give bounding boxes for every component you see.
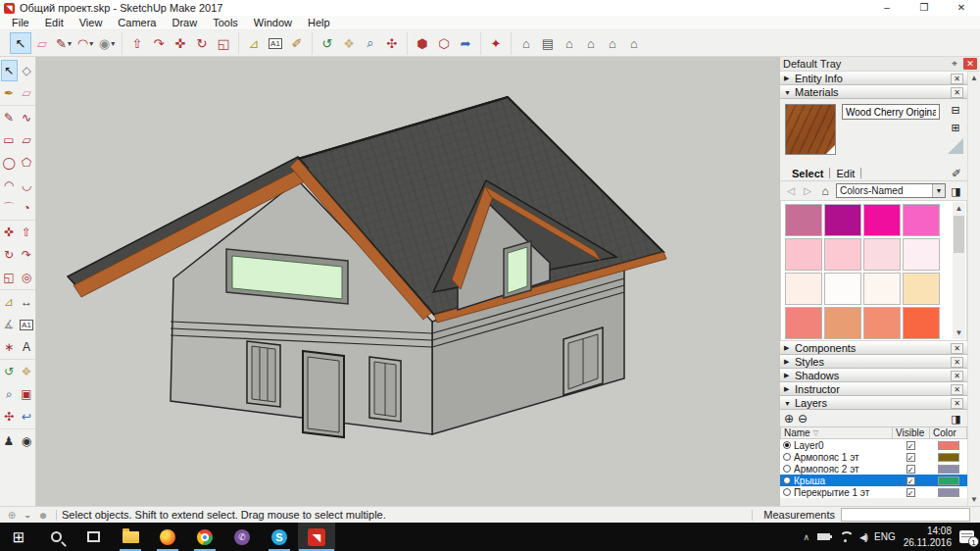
viewport[interactable] — [36, 57, 779, 506]
menu-help[interactable]: Help — [300, 16, 338, 30]
line-tool[interactable]: ✎▾ — [53, 32, 74, 54]
sign-in-icon[interactable]: ☻ — [35, 510, 51, 521]
paint-bucket-tool[interactable]: ✒ — [1, 82, 18, 104]
color-swatch-14[interactable] — [863, 307, 901, 339]
tab-edit[interactable]: Edit — [830, 168, 860, 179]
restore-button[interactable]: ❐ — [906, 0, 943, 16]
view-left-icon[interactable]: ⌂ — [623, 32, 645, 54]
menu-view[interactable]: View — [72, 16, 111, 30]
view-front-icon[interactable]: ⌂ — [559, 32, 580, 54]
color-swatch-15[interactable] — [903, 307, 940, 339]
zoom-extents-tool[interactable]: ✣ — [381, 32, 403, 54]
arc-3pt-tool[interactable]: ⌒ — [1, 197, 18, 219]
view-iso-icon[interactable]: ⌂ — [515, 32, 537, 54]
view-top-icon[interactable]: ▤ — [537, 32, 559, 54]
skype-button[interactable]: S — [261, 523, 298, 551]
follow-me-tool[interactable]: ↷ — [19, 244, 35, 266]
layer-visible-checkbox[interactable]: ✓ — [906, 453, 915, 462]
color-swatch-8[interactable] — [785, 273, 822, 305]
material-preview[interactable] — [785, 104, 836, 155]
freehand-tool[interactable]: ∿ — [19, 107, 35, 128]
panel-close-icon[interactable]: ✕ — [951, 398, 963, 409]
geolocation-icon[interactable]: ⊕ — [4, 510, 20, 521]
minimize-button[interactable]: – — [868, 0, 906, 16]
zoom-tool[interactable]: ⌕ — [360, 32, 381, 54]
line-tool[interactable]: ✎ — [1, 107, 18, 128]
zoom-tool[interactable]: ⌕ — [1, 383, 18, 405]
share-component-icon[interactable]: ➦ — [455, 32, 476, 54]
layer-row[interactable]: Армопояс 2 эт✓ — [780, 463, 967, 475]
color-swatch-2[interactable] — [863, 204, 901, 236]
menu-window[interactable]: Window — [246, 16, 300, 30]
rectangle-tool[interactable]: ▭ — [1, 129, 18, 151]
viber-button[interactable]: ✆ — [223, 523, 261, 551]
color-swatch-11[interactable] — [903, 273, 940, 305]
color-swatch-7[interactable] — [903, 238, 940, 271]
color-swatch-4[interactable] — [785, 238, 822, 271]
offset-tool[interactable]: ◎ — [19, 267, 35, 288]
arc-tool[interactable]: ◠▾ — [74, 32, 96, 54]
view-back-icon[interactable]: ⌂ — [602, 32, 623, 54]
select-tool[interactable]: ↖ — [10, 32, 31, 54]
remove-layer-icon[interactable]: ⊖ — [798, 412, 808, 426]
layer-color-chip[interactable] — [938, 441, 959, 450]
tray-close-icon[interactable]: ✕ — [963, 58, 977, 70]
close-button[interactable]: ✕ — [943, 0, 980, 16]
push-pull-tool[interactable]: ⇧ — [126, 32, 148, 54]
layer-color-chip[interactable] — [938, 453, 959, 462]
menu-file[interactable]: File — [4, 16, 37, 30]
panel-close-icon[interactable]: ✕ — [951, 371, 963, 381]
follow-me-tool[interactable]: ↷ — [148, 32, 170, 54]
layer-current-radio[interactable] — [783, 488, 791, 496]
zoom-window-tool[interactable]: ▣ — [19, 383, 35, 405]
move-tool[interactable]: ✜ — [1, 222, 18, 243]
color-swatch-6[interactable] — [863, 238, 901, 271]
select-tool[interactable]: ↖ — [1, 60, 18, 81]
panel-close-icon[interactable]: ✕ — [951, 384, 963, 395]
panel-close-icon[interactable]: ✕ — [951, 87, 963, 98]
look-around-tool[interactable]: ◉ — [19, 430, 35, 452]
layer-color-chip[interactable] — [938, 476, 959, 485]
sketchup-taskbar-button[interactable]: ◥ — [298, 523, 335, 551]
task-view-button[interactable] — [74, 523, 112, 551]
orbit-tool[interactable]: ↺ — [317, 32, 338, 54]
panel-close-icon[interactable]: ✕ — [951, 343, 963, 354]
panel-shadows[interactable]: ▶ Shadows ✕ — [780, 369, 967, 382]
rotate-tool[interactable]: ↻ — [1, 244, 18, 266]
search-button[interactable] — [37, 523, 74, 551]
pan-tool[interactable]: ❖ — [19, 361, 35, 382]
scroll-down-icon[interactable]: ▼ — [968, 493, 980, 506]
layer-visible-checkbox[interactable]: ✓ — [906, 476, 915, 485]
shapes-tool-dropdown-icon[interactable]: ▾ — [111, 39, 115, 48]
credits-icon[interactable]: ◒ — [20, 510, 35, 521]
color-swatch-1[interactable] — [824, 204, 861, 236]
color-swatch-5[interactable] — [824, 238, 861, 271]
layer-visible-checkbox[interactable]: ✓ — [906, 465, 915, 474]
add-layer-icon[interactable]: ⊕ — [784, 412, 794, 426]
firefox-button[interactable] — [149, 523, 186, 551]
paint-bucket-tool[interactable]: ✐ — [286, 32, 308, 54]
panel-components[interactable]: ▶ Components ✕ — [780, 341, 967, 355]
layer-current-radio[interactable] — [783, 441, 791, 449]
language-indicator[interactable]: ENG — [874, 531, 896, 542]
panel-styles[interactable]: ▶ Styles ✕ — [780, 355, 967, 369]
details-icon[interactable]: ◨ — [949, 412, 963, 426]
color-swatch-13[interactable] — [824, 307, 861, 339]
sample-paint-icon[interactable]: ✐ — [952, 167, 961, 180]
make-component-tool[interactable]: ◇ — [19, 60, 35, 81]
panel-close-icon[interactable]: ✕ — [951, 357, 963, 368]
tape-measure-tool[interactable]: ⊿ — [243, 32, 265, 54]
collection-dropdown[interactable]: Colors-Named ▼ — [836, 183, 946, 198]
arc-tool-dropdown-icon[interactable]: ▾ — [89, 39, 93, 48]
orbit-tool[interactable]: ↺ — [1, 361, 18, 382]
polygon-tool[interactable]: ⬠ — [19, 152, 35, 174]
create-material-icon[interactable]: ⊞ — [949, 121, 963, 135]
column-color[interactable]: Color — [930, 427, 966, 438]
scroll-up-icon[interactable]: ▲ — [968, 72, 980, 84]
rotate-tool[interactable]: ↻ — [191, 32, 213, 54]
previous-view-tool[interactable]: ↩ — [19, 406, 35, 427]
start-button[interactable]: ⊞ — [0, 523, 37, 551]
color-swatch-10[interactable] — [863, 273, 901, 305]
battery-icon[interactable] — [817, 533, 830, 540]
pie-tool[interactable]: ◔ — [19, 197, 35, 219]
